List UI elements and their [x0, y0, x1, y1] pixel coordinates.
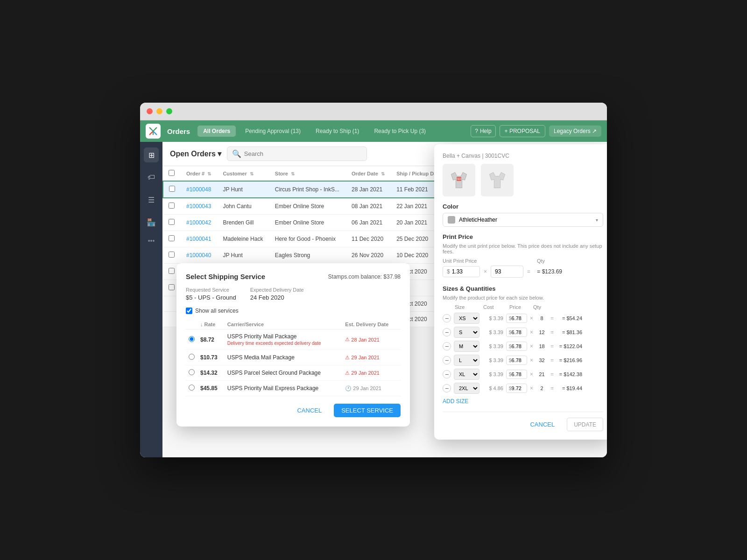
requested-section: Requested Service $5 - UPS - Ground Expe… — [186, 287, 401, 301]
order-date-cell: 28 Jan 2021 — [346, 181, 391, 198]
service-radio-3[interactable] — [189, 369, 195, 375]
nav-bar: Orders All Orders Pending Approval (13) … — [140, 120, 607, 142]
search-icon: 🔍 — [232, 149, 241, 158]
date-warning: ⚠ 28 Jan 2021 — [345, 336, 398, 343]
order-link[interactable]: #1000040 — [186, 252, 211, 259]
size-select-xl[interactable]: XL — [454, 369, 479, 380]
row-checkbox[interactable] — [169, 219, 175, 225]
stamps-balance: Stamps.com balance: $37.98 — [328, 273, 401, 280]
service-radio-2[interactable] — [189, 354, 195, 360]
service-row[interactable]: $45.85 USPS Priority Mail Express Packag… — [186, 381, 401, 396]
tab-all-orders[interactable]: All Orders — [197, 126, 236, 137]
size-price-l[interactable] — [512, 357, 526, 363]
sidebar-icon-list[interactable]: ☰ — [144, 192, 159, 207]
carrier-col-header: Carrier/Service — [225, 320, 343, 329]
color-select-dropdown[interactable]: AthleticHeather ▾ — [443, 213, 603, 227]
size-select-2xl[interactable]: 2XL — [454, 383, 479, 394]
remove-size-xs[interactable]: − — [443, 314, 451, 322]
sidebar: ⊞ 🏷 ☰ 🏪 ••• — [140, 142, 162, 457]
service-row[interactable]: $14.32 USPS Parcel Select Ground Package… — [186, 365, 401, 381]
col-order-date: Order Date ⇅ — [346, 166, 391, 181]
size-price-m[interactable] — [512, 343, 526, 349]
maximize-button[interactable] — [166, 108, 172, 114]
row-checkbox[interactable] — [169, 186, 175, 192]
qty-input[interactable] — [491, 266, 523, 278]
size-price-xs[interactable] — [512, 315, 526, 321]
shipping-modal-title: Select Shipping Service Stamps.com balan… — [186, 273, 401, 280]
size-select-m[interactable]: M — [454, 341, 479, 352]
multiply-separator: × — [484, 268, 487, 275]
sidebar-icon-grid[interactable]: ⊞ — [144, 147, 159, 162]
unit-price-input[interactable] — [450, 268, 473, 275]
panel-cancel-button[interactable]: CANCEL — [522, 418, 562, 431]
product-image-back — [481, 164, 514, 196]
service-radio-1[interactable] — [189, 336, 195, 342]
help-button[interactable]: ? Help — [471, 125, 495, 137]
minimize-button[interactable] — [156, 108, 162, 114]
size-select-xs[interactable]: XS — [454, 313, 479, 324]
size-row-xs: − XS $ 3.39 $ × 8 = = $54.24 — [443, 313, 603, 324]
panel-actions: CANCEL UPDATE — [443, 412, 603, 431]
sidebar-icon-store[interactable]: 🏪 — [144, 215, 159, 230]
add-size-button[interactable]: ADD SIZE — [443, 398, 468, 405]
shipping-cancel-button[interactable]: CANCEL — [289, 404, 329, 417]
service-row[interactable]: $10.73 USPS Media Mail Package ⚠ 29 Jan … — [186, 350, 401, 365]
update-button[interactable]: UPDATE — [567, 418, 603, 431]
dropdown-icon[interactable]: ▾ — [218, 149, 221, 158]
service-radio-4[interactable] — [189, 385, 195, 391]
order-link[interactable]: #1000042 — [186, 219, 211, 226]
help-icon: ? — [475, 128, 478, 134]
close-button[interactable] — [147, 108, 153, 114]
print-price-row: $ × = = $123.69 — [443, 266, 603, 278]
row-checkbox[interactable] — [169, 203, 175, 209]
size-price-s[interactable] — [512, 329, 526, 335]
remove-size-2xl[interactable]: − — [443, 384, 451, 392]
row-checkbox[interactable] — [169, 284, 175, 290]
color-swatch — [448, 216, 455, 224]
size-row-l: − L $ 3.39 $ × 32 = = $216.96 — [443, 355, 603, 366]
customer-cell: JP Hunt — [217, 181, 269, 198]
svg-text:NASA: NASA — [457, 178, 461, 180]
tab-pending-approval[interactable]: Pending Approval (13) — [240, 126, 306, 137]
store-cell: Circus Print Shop - InkS... — [269, 181, 346, 198]
row-checkbox[interactable] — [169, 252, 175, 258]
col-store: Store ⇅ — [269, 166, 346, 181]
remove-size-m[interactable]: − — [443, 342, 451, 350]
select-all-checkbox[interactable] — [169, 170, 175, 176]
product-images: NASA — [443, 164, 603, 196]
size-price-2xl[interactable] — [512, 385, 526, 391]
est-delivery-col-header: Est. Delivery Date — [342, 320, 401, 329]
services-table: ↓ Rate Carrier/Service Est. Delivery Dat… — [186, 320, 401, 396]
proposal-button[interactable]: + PROPOSAL — [500, 125, 545, 137]
service-rate: $8.72 — [197, 329, 225, 350]
order-link[interactable]: #1000043 — [186, 203, 211, 210]
sidebar-more[interactable]: ••• — [148, 237, 155, 245]
content-area: Open Orders ▾ 🔍 ≡ FILTER — [162, 142, 607, 457]
product-panel: Bella + Canvas | 3001CVC NASA — [434, 144, 607, 440]
size-price-xl[interactable] — [512, 371, 526, 377]
tab-ready-pickup[interactable]: Ready to Pick Up (3) — [368, 126, 431, 137]
order-link[interactable]: #1000048 — [186, 186, 211, 193]
row-checkbox[interactable] — [169, 235, 175, 241]
sidebar-icon-tag[interactable]: 🏷 — [144, 170, 159, 185]
legacy-orders-button[interactable]: Legacy Orders ↗ — [549, 126, 601, 137]
row-checkbox[interactable] — [169, 268, 175, 274]
title-bar — [140, 103, 607, 120]
app-logo — [146, 124, 161, 139]
show-all-checkbox[interactable] — [186, 308, 192, 314]
size-select-s[interactable]: S — [454, 327, 479, 338]
sizes-section: Sizes & Quantities Modify the product pr… — [443, 285, 603, 405]
col-customer: Customer ⇅ — [217, 166, 269, 181]
search-box: 🔍 — [227, 147, 367, 161]
tab-ready-ship[interactable]: Ready to Ship (1) — [310, 126, 365, 137]
order-link[interactable]: #1000041 — [186, 236, 211, 242]
chevron-down-icon: ▾ — [596, 217, 598, 223]
search-input[interactable] — [244, 150, 362, 157]
remove-size-xl[interactable]: − — [443, 370, 451, 378]
select-service-button[interactable]: SELECT SERVICE — [334, 404, 401, 417]
equals-separator: = — [527, 268, 530, 275]
service-row[interactable]: $8.72 USPS Priority Mail Package Deliver… — [186, 329, 401, 350]
remove-size-l[interactable]: − — [443, 356, 451, 364]
remove-size-s[interactable]: − — [443, 328, 451, 336]
size-select-l[interactable]: L — [454, 355, 479, 366]
